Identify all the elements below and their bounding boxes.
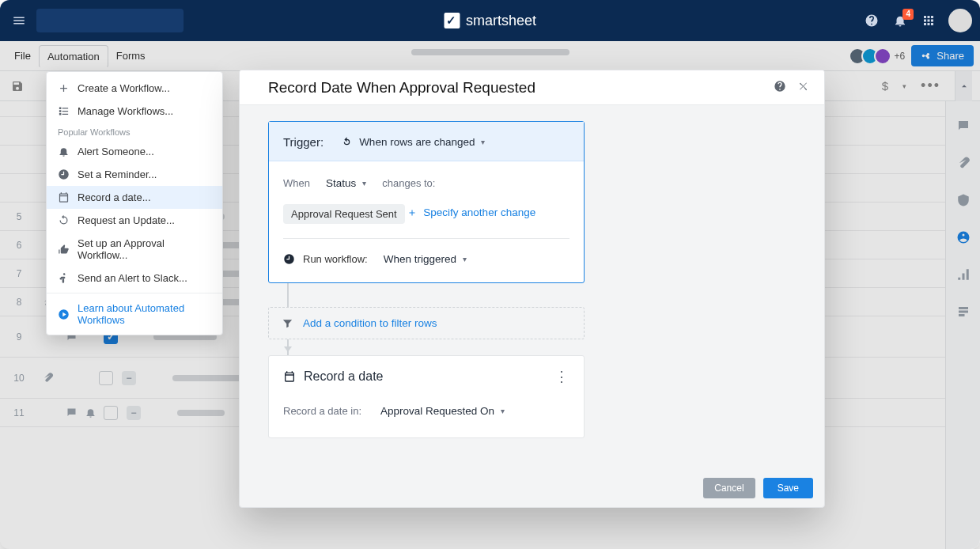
chevron-down-icon: ▾ [481, 138, 485, 146]
menu-item-label: Alert Someone... [78, 146, 154, 157]
trigger-changes-to-label: changes to: [382, 177, 435, 189]
add-change-label: Specify another change [423, 206, 535, 218]
currency-chevron-icon[interactable]: ▾ [902, 82, 906, 90]
share-button[interactable]: Share [911, 45, 974, 66]
reminder-icon[interactable] [81, 407, 100, 418]
collapse-panel-icon[interactable] [955, 71, 972, 101]
add-change-link[interactable]: Specify another change [407, 206, 535, 218]
automation-dropdown: Create a Workflow... Manage Workflows...… [46, 71, 223, 335]
filter-icon [282, 317, 293, 329]
menu-record-date[interactable]: Record a date... [47, 186, 222, 209]
chevron-down-icon: ▾ [501, 407, 505, 415]
trigger-value: When rows are changed [359, 136, 475, 148]
avatar-overflow-count: +6 [895, 51, 906, 62]
comments-panel-icon[interactable] [956, 119, 971, 135]
row-number: 6 [0, 240, 38, 251]
modal-title: Record Date When Approval Requested [268, 79, 762, 97]
trigger-value-pill[interactable]: Approval Request Sent [283, 204, 405, 224]
help-icon[interactable] [863, 12, 880, 29]
action-card: Record a date ⋮ Record a date in: Approv… [268, 355, 585, 438]
trigger-field-select[interactable]: Status ▾ [318, 174, 374, 192]
row-checkbox[interactable] [104, 406, 118, 420]
minus-icon[interactable]: − [122, 371, 136, 385]
row-number: 9 [0, 331, 38, 343]
menu-automation[interactable]: Automation [39, 45, 108, 68]
menu-manage-workflows[interactable]: Manage Workflows... [47, 100, 222, 123]
modal-help-icon[interactable] [774, 80, 786, 95]
trigger-label: Trigger: [283, 135, 324, 149]
menu-item-label: Learn about Automated Workflows [78, 302, 211, 326]
menu-send-alert-slack[interactable]: Send an Alert to Slack... [47, 267, 222, 290]
menu-section-heading: Popular Workflows [47, 123, 222, 140]
action-field-select[interactable]: Approval Requested On ▾ [373, 402, 513, 420]
trigger-card: Trigger: When rows are changed ▾ When St… [268, 121, 585, 283]
action-field-value: Approval Requested On [380, 405, 494, 417]
run-workflow-label: Run workflow: [303, 253, 368, 265]
brand-text: smartsheet [466, 13, 536, 29]
forms-panel-icon[interactable] [956, 305, 971, 321]
menu-item-label: Send an Alert to Slack... [78, 272, 187, 284]
condition-card[interactable]: Add a condition to filter rows [268, 307, 585, 339]
apps-icon[interactable] [920, 12, 937, 29]
sheet-drag-handle [411, 49, 569, 55]
menu-learn-workflows[interactable]: Learn about Automated Workflows [47, 297, 222, 331]
menu-item-label: Record a date... [78, 191, 151, 203]
menu-item-label: Request an Update... [78, 214, 175, 226]
collaborator-avatars[interactable]: +6 [853, 47, 906, 65]
row-number: 5 [0, 211, 38, 222]
currency-icon[interactable]: $ [882, 79, 888, 93]
chevron-down-icon: ▾ [362, 179, 366, 187]
notification-count: 4 [902, 9, 914, 20]
activity-panel-icon[interactable] [956, 230, 971, 247]
menu-item-label: Set a Reminder... [78, 168, 157, 180]
brand-logo: smartsheet [444, 13, 536, 29]
menu-approval-workflow[interactable]: Set up an Approval Workflow... [47, 232, 222, 267]
row-number: 7 [0, 268, 38, 279]
modal-close-icon[interactable] [797, 80, 810, 95]
smartsheet-logo-icon [444, 13, 460, 28]
menu-forms[interactable]: Forms [108, 45, 153, 66]
action-menu-icon[interactable]: ⋮ [554, 369, 569, 384]
run-workflow-select[interactable]: When triggered ▾ [376, 250, 475, 268]
attachment-icon[interactable] [38, 372, 57, 384]
trigger-when-label: When [283, 177, 310, 189]
menu-item-label: Create a Workflow... [78, 82, 170, 94]
menu-file[interactable]: File [6, 45, 39, 66]
row-number: 8 [0, 297, 38, 308]
attachments-panel-icon[interactable] [956, 156, 971, 172]
run-workflow-value: When triggered [384, 253, 456, 265]
right-rail [945, 101, 980, 549]
row-number: 11 [0, 407, 38, 418]
hamburger-menu[interactable] [8, 9, 30, 32]
save-button[interactable]: Save [763, 478, 813, 498]
save-icon[interactable] [8, 77, 27, 96]
action-title: Record a date [304, 369, 546, 384]
cancel-button[interactable]: Cancel [703, 478, 755, 498]
clock-icon [283, 253, 295, 265]
row-number: 10 [0, 373, 38, 384]
menu-item-label: Manage Workflows... [78, 105, 173, 117]
action-field-label: Record a date in: [283, 405, 361, 417]
menu-create-workflow[interactable]: Create a Workflow... [47, 77, 222, 100]
trigger-field-value: Status [326, 177, 356, 189]
menu-request-update[interactable]: Request an Update... [47, 209, 222, 232]
workflow-modal: Record Date When Approval Requested Trig… [239, 70, 825, 508]
trigger-select[interactable]: When rows are changed ▾ [333, 133, 493, 151]
user-avatar[interactable] [948, 9, 972, 32]
add-condition-link: Add a condition to filter rows [303, 317, 437, 329]
notifications-icon[interactable]: 4 [891, 12, 909, 29]
automation-panel-icon[interactable] [956, 267, 971, 284]
row-checkbox[interactable] [99, 371, 113, 385]
menu-set-reminder[interactable]: Set a Reminder... [47, 163, 222, 186]
share-button-label: Share [936, 50, 964, 62]
avatar [874, 47, 891, 65]
comment-icon[interactable] [62, 407, 81, 418]
menu-alert-someone[interactable]: Alert Someone... [47, 140, 222, 163]
minus-icon[interactable]: − [127, 406, 141, 420]
proof-panel-icon[interactable] [956, 193, 971, 210]
chevron-down-icon: ▾ [463, 255, 467, 263]
search-input[interactable] [36, 9, 184, 32]
more-icon[interactable]: ••• [921, 78, 940, 94]
menu-item-label: Set up an Approval Workflow... [78, 237, 211, 261]
calendar-icon [283, 370, 296, 383]
